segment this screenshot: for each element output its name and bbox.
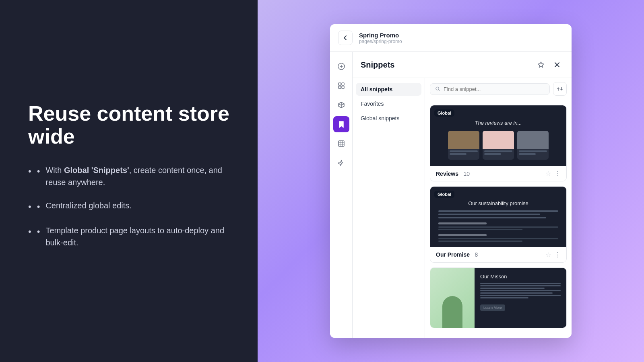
sparkle-icon-btn[interactable]	[333, 155, 349, 171]
learn-more-button[interactable]: Learn More	[480, 304, 505, 311]
snippets-body: All snippets Favorites Global snippets	[353, 78, 572, 338]
search-wrapper[interactable]	[430, 83, 550, 95]
page-path: pages/spring-promo	[359, 39, 402, 44]
pt-line-2	[438, 229, 522, 230]
review-card-img-3	[517, 131, 549, 149]
promise-section-1	[438, 222, 558, 230]
bullet-dot: •	[37, 165, 40, 178]
snippet-name-promise: Our Promise	[436, 251, 470, 258]
frame-icon-btn[interactable]	[333, 136, 349, 152]
review-line-2	[484, 150, 512, 152]
search-input[interactable]	[444, 86, 545, 92]
snippet-preview-reviews: Global The reviews are in...	[430, 105, 566, 166]
svg-rect-5	[339, 141, 344, 146]
review-card-3	[517, 131, 549, 160]
snippet-card-mission: Our Misson	[430, 267, 567, 328]
ml-7	[480, 297, 528, 298]
review-card-img-2	[483, 131, 514, 149]
svg-rect-2	[342, 83, 344, 85]
snippet-preview-mission: Our Misson	[430, 268, 566, 328]
ml-1	[480, 283, 561, 284]
promise-line-2	[438, 214, 540, 215]
app-window: Spring Promo pages/spring-promo	[330, 24, 572, 338]
close-button[interactable]	[551, 58, 564, 71]
ml-4	[480, 290, 561, 291]
snippet-actions-reviews: ☆ ⋮	[545, 170, 561, 177]
snippet-actions-promise: ☆ ⋮	[545, 251, 561, 259]
pt-line-3	[438, 238, 558, 239]
list-item-2: • Centralized global edits.	[28, 200, 229, 213]
page-title: Spring Promo	[359, 32, 402, 39]
review-card-1	[448, 131, 479, 160]
svg-rect-4	[342, 86, 344, 88]
review-card-2	[483, 131, 514, 160]
cube-icon-btn[interactable]	[333, 97, 349, 113]
header-actions	[535, 58, 564, 71]
bookmark-icon-btn[interactable]	[333, 116, 349, 132]
star-icon-reviews[interactable]: ☆	[545, 170, 551, 177]
pt-line-4	[438, 241, 522, 242]
snippets-panel: Snippets	[353, 52, 572, 338]
promise-title: Our sustainability promise	[438, 200, 558, 206]
sort-button[interactable]	[553, 82, 567, 96]
main-heading: Reuse content store wide	[28, 102, 229, 148]
snippet-count-reviews: 10	[464, 171, 470, 177]
back-button[interactable]	[338, 31, 353, 45]
more-icon-promise[interactable]: ⋮	[554, 251, 561, 259]
promise-section-2	[438, 234, 558, 242]
pt-line-1	[438, 226, 558, 228]
bullet-text-3: Template product page layouts to auto-de…	[45, 224, 229, 249]
sidebar-icons	[330, 52, 353, 338]
snippet-name-reviews: Reviews	[436, 171, 458, 177]
promise-section-title-1	[438, 222, 487, 224]
ml-6	[480, 295, 561, 296]
preview-mission-content: Our Misson	[430, 268, 566, 328]
promise-section-title-2	[438, 234, 487, 236]
add-icon-btn[interactable]	[333, 58, 349, 74]
grid-icon-btn[interactable]	[333, 78, 349, 94]
search-icon	[435, 86, 440, 92]
bullet-dot-2: •	[37, 200, 40, 213]
global-badge-promise: Global	[434, 191, 454, 198]
bold-snippets: Global 'Snippets'	[64, 166, 129, 175]
review-line-short-3	[519, 153, 536, 155]
star-icon-promise[interactable]: ☆	[545, 251, 551, 259]
more-icon-reviews[interactable]: ⋮	[554, 170, 561, 177]
review-card-body-1	[448, 149, 479, 156]
snippet-card-promise: Global Our sustainability promise	[430, 186, 567, 263]
left-panel: Reuse content store wide • With Global '…	[0, 0, 258, 362]
category-global-snippets[interactable]: Global snippets	[356, 112, 421, 125]
category-nav: All snippets Favorites Global snippets	[353, 78, 425, 338]
mission-content-area: Our Misson	[475, 268, 566, 328]
right-side: Global The reviews are in...	[425, 78, 572, 338]
mission-title: Our Misson	[480, 274, 561, 280]
list-item-1: • With Global 'Snippets', create content…	[28, 164, 229, 188]
category-all-snippets[interactable]: All snippets	[356, 83, 421, 96]
svg-rect-1	[339, 83, 341, 85]
bullet-text-1: With Global 'Snippets', create content o…	[45, 164, 229, 188]
snippet-name-area: Reviews 10	[436, 170, 470, 177]
promise-desc-lines	[438, 210, 558, 218]
review-line-1	[450, 150, 478, 152]
preview-reviews-content: Global The reviews are in...	[430, 105, 566, 166]
mission-text-lines	[480, 283, 561, 298]
bullet-text-2: Centralized global edits.	[45, 200, 131, 212]
search-area	[425, 78, 572, 100]
mission-img-area	[430, 268, 475, 328]
category-favorites[interactable]: Favorites	[356, 97, 421, 110]
left-content: Reuse content store wide • With Global '…	[28, 102, 229, 260]
review-card-body-2	[483, 149, 514, 156]
promise-section-text-1	[438, 226, 558, 230]
right-panel: Spring Promo pages/spring-promo	[258, 0, 644, 362]
preview-reviews-title: The reviews are in...	[475, 120, 522, 126]
main-area: Snippets	[330, 52, 572, 338]
list-item-3: • Template product page layouts to auto-…	[28, 224, 229, 249]
global-badge-reviews: Global	[434, 109, 454, 117]
bullet-list: • With Global 'Snippets', create content…	[28, 164, 229, 249]
review-cards	[448, 131, 549, 160]
top-bar: Spring Promo pages/spring-promo	[330, 24, 572, 52]
snippets-list: Global The reviews are in...	[425, 100, 572, 338]
mission-img-placeholder	[430, 268, 475, 328]
pin-button[interactable]	[535, 58, 547, 71]
review-card-img-1	[448, 131, 479, 149]
